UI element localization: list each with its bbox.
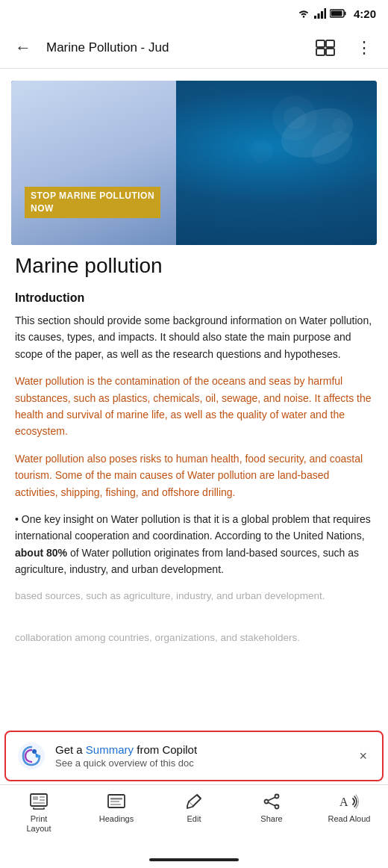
copilot-banner[interactable]: Get a Summary from Copilot See a quick o… — [4, 731, 384, 781]
spacer — [15, 615, 373, 630]
svg-rect-25 — [110, 801, 119, 802]
svg-rect-2 — [317, 13, 319, 19]
nav-item-read-aloud[interactable]: A Read Aloud — [319, 793, 379, 824]
intro-paragraph-1: This section should provide some backgro… — [15, 312, 373, 362]
content-area[interactable]: STOP MARINE POLLUTION NOW Marine polluti… — [0, 69, 388, 784]
phone-shell: 4:20 ← Marine Pollution - Jud ⋮ — [0, 0, 388, 868]
headings-icon — [107, 793, 126, 810]
svg-rect-19 — [33, 796, 38, 800]
headings-label: Headings — [99, 814, 134, 824]
print-layout-label: PrintLayout — [26, 814, 51, 834]
intro-paragraph-5: collaboration among countries, organizat… — [15, 630, 373, 646]
svg-point-0 — [303, 16, 304, 17]
hero-overlay-text: STOP MARINE POLLUTION NOW — [25, 187, 160, 218]
intro-paragraph-2: Water pollution is the contamination of … — [15, 373, 373, 440]
share-icon — [263, 793, 281, 810]
svg-rect-24 — [110, 798, 122, 800]
nav-item-edit[interactable]: Edit — [164, 793, 224, 824]
svg-text:A: A — [340, 796, 348, 808]
nav-item-print-layout[interactable]: PrintLayout — [9, 793, 69, 834]
status-icons — [297, 8, 346, 19]
intro-paragraph-4: • One key insight on Water pollution is … — [15, 511, 373, 578]
more-options-button[interactable]: ⋮ — [349, 33, 379, 63]
read-aloud-label: Read Aloud — [328, 814, 371, 824]
document-body: Marine pollution Introduction This secti… — [0, 254, 388, 731]
home-bar — [149, 858, 239, 861]
svg-line-31 — [268, 802, 275, 805]
svg-point-27 — [275, 795, 279, 799]
svg-rect-8 — [316, 40, 325, 47]
intro-paragraph-faded: based sources, such as agriculture, indu… — [15, 588, 373, 604]
top-nav: ← Marine Pollution - Jud ⋮ — [0, 27, 388, 69]
copilot-line2: See a quick overview of this doc — [55, 757, 345, 769]
marine-deco-svg — [250, 88, 369, 200]
document-main-title: Marine pollution — [15, 254, 373, 278]
bold-text: about 80% — [15, 547, 67, 559]
back-button[interactable]: ← — [9, 35, 37, 61]
battery-icon — [330, 9, 346, 18]
signal-icon — [314, 8, 326, 19]
hero-image: STOP MARINE POLLUTION NOW — [11, 81, 377, 245]
svg-rect-1 — [314, 16, 316, 19]
home-indicator — [0, 852, 388, 868]
print-layout-icon — [29, 793, 48, 810]
edit-label: Edit — [187, 814, 201, 824]
svg-rect-22 — [33, 802, 45, 804]
time-display: 4:20 — [354, 7, 376, 20]
svg-rect-9 — [326, 40, 334, 47]
svg-rect-10 — [316, 49, 325, 55]
bottom-nav: PrintLayout Headings Edit — [0, 784, 388, 852]
svg-rect-26 — [110, 804, 121, 805]
copilot-line1: Get a Summary from Copilot — [55, 743, 345, 756]
share-label: Share — [260, 814, 282, 824]
read-aloud-icon: A — [339, 793, 360, 810]
edit-icon — [185, 793, 203, 810]
svg-point-14 — [284, 107, 306, 129]
svg-rect-4 — [324, 8, 326, 19]
svg-line-30 — [268, 797, 275, 800]
more-icon: ⋮ — [356, 38, 373, 58]
svg-rect-20 — [40, 796, 45, 798]
nav-item-share[interactable]: Share — [242, 793, 301, 824]
svg-rect-7 — [331, 11, 342, 16]
copilot-summary-link[interactable]: Summary — [86, 743, 134, 756]
svg-rect-3 — [321, 11, 323, 19]
intro-paragraph-3: Water pollution also poses risks to huma… — [15, 450, 373, 500]
layout-icon-button[interactable] — [310, 33, 340, 63]
svg-rect-6 — [344, 12, 345, 16]
introduction-heading: Introduction — [15, 291, 373, 305]
hero-left-panel — [11, 81, 176, 245]
layout-toggle-icon — [316, 40, 335, 56]
svg-point-28 — [275, 805, 279, 809]
wifi-icon — [297, 8, 310, 19]
svg-point-29 — [265, 800, 269, 804]
nav-item-headings[interactable]: Headings — [87, 793, 146, 824]
copilot-logo — [18, 743, 45, 769]
copilot-text: Get a Summary from Copilot See a quick o… — [55, 743, 345, 769]
svg-rect-21 — [40, 799, 45, 801]
svg-rect-11 — [326, 49, 334, 55]
copilot-close-button[interactable]: × — [356, 745, 370, 767]
status-bar: 4:20 — [0, 0, 388, 27]
document-title: Marine Pollution - Jud — [46, 40, 301, 55]
